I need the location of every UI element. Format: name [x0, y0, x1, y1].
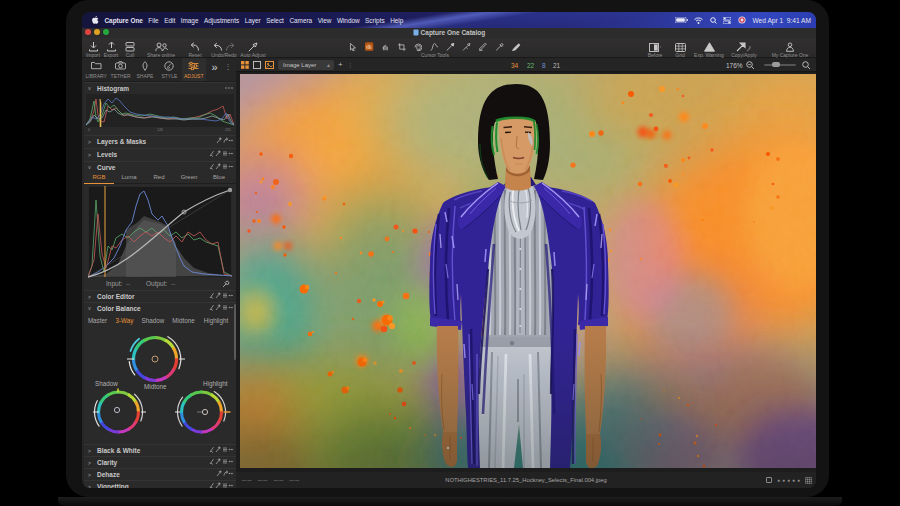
svg-text:128: 128 — [157, 128, 163, 132]
svg-text:0: 0 — [88, 128, 90, 132]
svg-text:Midtone: Midtone — [144, 383, 167, 390]
svg-text:Highlight: Highlight — [203, 380, 228, 388]
svg-text:255: 255 — [225, 128, 231, 132]
svg-text:Shadow: Shadow — [95, 380, 118, 387]
